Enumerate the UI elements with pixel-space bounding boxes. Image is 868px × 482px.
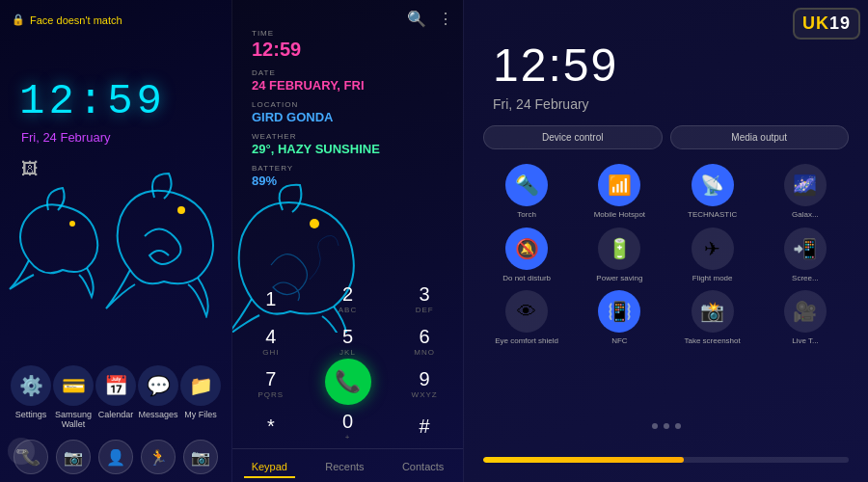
dock-camera[interactable]: 📷 (56, 440, 91, 474)
key-1[interactable]: 1 (232, 278, 310, 320)
key-5[interactable]: 5JKL (310, 320, 387, 362)
qs-technastic[interactable]: 📡 TECHNASTIC (669, 164, 756, 220)
qs-screenshot-icon: 📸 (692, 290, 734, 333)
key-6[interactable]: 6MNO (386, 320, 463, 362)
qs-torch[interactable]: 🔦 Torch (483, 164, 570, 220)
qs-nfc[interactable]: 📳 NFC (576, 290, 663, 346)
dock-contacts[interactable]: 👤 (98, 440, 133, 474)
app-calendar[interactable]: 📅 Calendar (95, 365, 136, 429)
right-date: Fri, 24 February (493, 96, 589, 112)
key-2[interactable]: 2ABC (310, 278, 387, 320)
left-clock: 12:59 (19, 77, 166, 125)
battery-fill (483, 457, 684, 463)
keypad-tabs: Keypad Recents Contacts (232, 448, 463, 482)
app-myfiles[interactable]: 📁 My Files (180, 365, 221, 429)
app-wallet[interactable]: 💳 SamsungWallet (53, 365, 94, 429)
tab-recents[interactable]: Recents (317, 457, 371, 478)
qs-powersave[interactable]: 🔋 Power saving (576, 228, 663, 283)
device-control-btn[interactable]: Device control (483, 125, 663, 149)
qs-flight[interactable]: ✈ Flight mode (669, 228, 756, 283)
qs-dnd-icon: 🔕 (505, 228, 548, 270)
right-panel: UK19 12:59 Fri, 24 February Device contr… (463, 0, 868, 482)
three-dots-indicator (652, 423, 681, 429)
qs-nfc-icon: 📳 (598, 290, 640, 333)
mid-top-bar: 🔍 ⋮ (407, 10, 453, 28)
svg-point-2 (310, 219, 319, 228)
dock-extra[interactable]: 📷 (183, 440, 218, 474)
middle-panel: 🔍 ⋮ TIME 12:59 DATE 24 FEBRUARY, FRI LOC… (231, 0, 463, 482)
left-date: Fri, 24 February (21, 130, 110, 145)
dock-activity[interactable]: 🏃 (141, 440, 176, 474)
app-messages[interactable]: 💬 Messages (138, 365, 178, 429)
qs-flight-icon: ✈ (692, 228, 734, 270)
tab-contacts[interactable]: Contacts (394, 457, 451, 478)
qs-livetv-icon: 🎥 (784, 290, 827, 333)
qs-galaxy-icon: 🌌 (784, 164, 827, 206)
bottom-dock-left: 📞 📷 👤 🏃 📷 (0, 440, 231, 474)
face-warning: 🔒 Face doesn't match (12, 13, 122, 26)
qs-eyecomfort[interactable]: 👁 Eye comfort shield (483, 290, 570, 346)
right-clock: 12:59 (493, 39, 618, 92)
svg-point-1 (177, 206, 185, 214)
key-4[interactable]: 4GHI (232, 320, 310, 362)
app-icons-row: ⚙️ Settings 💳 SamsungWallet 📅 Calendar 💬… (0, 365, 231, 429)
key-0[interactable]: 0+ (310, 405, 387, 447)
battery-bar (483, 457, 849, 463)
key-7[interactable]: 7PQRS (232, 362, 310, 405)
key-hash[interactable]: # (386, 405, 463, 447)
qs-screenshot[interactable]: 📸 Take screenshot (669, 290, 756, 346)
qs-screen-icon: 📲 (784, 228, 827, 270)
whale-illustration-left (0, 164, 231, 318)
qs-hotspot[interactable]: 📶 Mobile Hotspot (576, 164, 663, 220)
media-output-btn[interactable]: Media output (670, 125, 850, 149)
key-9[interactable]: 9WXYZ (386, 362, 463, 405)
call-button[interactable]: 📞 (325, 359, 371, 405)
logo-badge: UK19 (793, 8, 860, 40)
key-star[interactable]: * (232, 405, 310, 447)
qs-hotspot-icon: 📶 (598, 164, 640, 206)
qs-torch-icon: 🔦 (505, 164, 548, 206)
qs-technastic-icon: 📡 (692, 164, 734, 206)
tab-keypad[interactable]: Keypad (244, 457, 295, 478)
qs-powersave-icon: 🔋 (598, 228, 640, 270)
key-3[interactable]: 3DEF (386, 278, 463, 320)
qs-dnd[interactable]: 🔕 Do not disturb (483, 228, 570, 283)
left-panel: 🔒 Face doesn't match 12:59 Fri, 24 Febru… (0, 0, 231, 482)
qs-screen[interactable]: 📲 Scree... (762, 228, 849, 283)
edit-button[interactable]: ✏ (8, 438, 35, 465)
qs-eyecomfort-icon: 👁 (505, 290, 548, 333)
quick-settings-grid: 🔦 Torch 📶 Mobile Hotspot 📡 TECHNASTIC 🌌 … (483, 164, 849, 346)
info-block: TIME 12:59 DATE 24 FEBRUARY, FRI LOCATIO… (252, 29, 380, 196)
qs-livetv[interactable]: 🎥 Live T... (762, 290, 849, 346)
svg-point-0 (69, 221, 75, 227)
qs-galaxy[interactable]: 🌌 Galax... (762, 164, 849, 220)
app-settings[interactable]: ⚙️ Settings (11, 365, 51, 429)
search-icon[interactable]: 🔍 (407, 10, 426, 28)
more-icon[interactable]: ⋮ (438, 10, 453, 28)
quick-bar: Device control Media output (483, 125, 849, 149)
lock-icon: 🔒 (12, 13, 25, 26)
